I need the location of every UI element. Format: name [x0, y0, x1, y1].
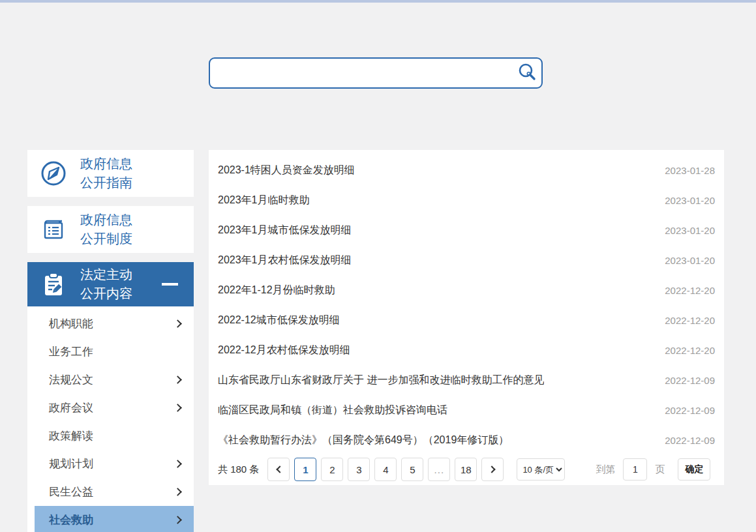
news-title-link[interactable]: 2022-12月农村低保发放明细: [218, 344, 350, 357]
submenu-item-label: 机构职能: [49, 316, 93, 331]
chevron-right-icon: [174, 488, 182, 496]
submenu-item-label: 政府会议: [49, 400, 93, 415]
search-button[interactable]: [513, 59, 541, 87]
news-date: 2022-12-20: [657, 315, 715, 326]
news-date: 2022-12-20: [657, 345, 715, 356]
news-title-link[interactable]: 2022-12城市低保发放明细: [218, 314, 340, 327]
sidebar-submenu-item[interactable]: 机构职能: [27, 310, 194, 338]
book-icon: [38, 215, 68, 244]
news-list-row: 2022年1-12月份临时救助 2022-12-20: [209, 275, 724, 305]
news-date: 2022-12-20: [657, 285, 715, 296]
compass-icon: [38, 159, 68, 188]
news-date: 2022-12-09: [657, 405, 715, 416]
sidebar: 政府信息 公开指南 政府信息 公开制度: [27, 150, 194, 532]
goto-page-input[interactable]: [623, 458, 647, 480]
sidebar-submenu-item[interactable]: 规划计划: [27, 450, 194, 478]
news-title-link[interactable]: 山东省民政厅山东省财政厅关于 进一步加强和改进临时救助工作的意见: [218, 374, 544, 387]
news-title-link[interactable]: 《社会救助暂行办法》（国务院令第649号）（2019年修订版）: [218, 434, 509, 447]
prev-page-button[interactable]: [267, 458, 290, 481]
chevron-right-icon: [174, 516, 182, 524]
chevron-right-icon: [174, 460, 182, 468]
news-list-row: 2023年1月临时救助 2023-01-20: [209, 185, 724, 215]
clipboard-pencil-icon: [38, 270, 68, 299]
chevron-right-icon: [174, 319, 182, 328]
page-number-button[interactable]: 1: [294, 458, 316, 481]
total-count: 共 180 条: [218, 464, 259, 476]
sidebar-item-open-guide[interactable]: 政府信息 公开指南: [27, 150, 194, 197]
news-date: 2023-01-28: [657, 165, 715, 176]
news-date: 2023-01-20: [657, 255, 715, 266]
news-date: 2022-12-09: [657, 435, 715, 446]
submenu-item-label: 民生公益: [49, 484, 93, 499]
search-icon: [517, 62, 537, 85]
news-date: 2023-01-20: [657, 225, 715, 236]
news-title-link[interactable]: 临淄区民政局和镇（街道）社会救助投诉咨询电话: [218, 404, 447, 417]
search-input[interactable]: [210, 59, 513, 87]
next-page-button[interactable]: [481, 458, 504, 481]
page-number-button[interactable]: 4: [374, 458, 397, 481]
news-list-row: 2023-1特困人员资金发放明细 2023-01-28: [209, 155, 724, 185]
news-list-row: 2023年1月农村低保发放明细 2023-01-20: [209, 245, 724, 275]
chevron-left-icon: [276, 466, 283, 473]
news-list: 2023-1特困人员资金发放明细 2023-01-28 2023年1月临时救助 …: [209, 155, 724, 455]
sidebar-submenu-item[interactable]: 法规公文: [27, 366, 194, 394]
news-list-row: 山东省民政厅山东省财政厅关于 进一步加强和改进临时救助工作的意见 2022-12…: [209, 365, 724, 395]
news-title-link[interactable]: 2023-1特困人员资金发放明细: [218, 164, 355, 177]
news-title-link[interactable]: 2023年1月农村低保发放明细: [218, 254, 352, 267]
page-number-button[interactable]: 18: [455, 458, 477, 481]
sidebar-item-legal-disclosure[interactable]: 法定主动 公开内容: [27, 262, 194, 306]
sidebar-submenu-item[interactable]: 民生公益: [27, 478, 194, 506]
sidebar-item-label: 政府信息 公开指南: [80, 155, 132, 192]
page-number-button[interactable]: 2: [321, 458, 343, 481]
news-title-link[interactable]: 2023年1月临时救助: [218, 194, 310, 207]
top-accent-strip: [0, 0, 756, 3]
news-list-row: 2022-12月农村低保发放明细 2022-12-20: [209, 335, 724, 365]
submenu-item-label: 法规公文: [49, 372, 93, 387]
minus-icon: [162, 283, 178, 286]
chevron-right-icon: [174, 376, 182, 384]
sidebar-item-open-system[interactable]: 政府信息 公开制度: [27, 206, 194, 253]
news-title-link[interactable]: 2023年1月城市低保发放明细: [218, 224, 352, 237]
search-box: [209, 57, 543, 89]
submenu-item-label: 社会救助: [49, 512, 93, 527]
sidebar-item-label: 法定主动 公开内容: [80, 265, 132, 303]
submenu-item-label: 政策解读: [49, 428, 93, 443]
goto-prefix-label: 到第: [596, 464, 615, 476]
news-list-row: 2022-12城市低保发放明细 2022-12-20: [209, 305, 724, 335]
news-list-row: 《社会救助暂行办法》（国务院令第649号）（2019年修订版） 2022-12-…: [209, 425, 724, 455]
sidebar-item-label: 政府信息 公开制度: [80, 211, 132, 248]
sidebar-submenu-item[interactable]: 政策解读: [27, 422, 194, 450]
sidebar-submenu-item[interactable]: 社会救助: [35, 506, 194, 532]
page-number-button[interactable]: 3: [348, 458, 370, 481]
pagination-bar: 共 180 条 1 2 3 4 5 ... 18 10 条: [209, 458, 724, 481]
news-list-row: 2023年1月城市低保发放明细 2023-01-20: [209, 215, 724, 245]
goto-page-group: 到第 页 确定: [596, 458, 710, 480]
confirm-button[interactable]: 确定: [678, 458, 710, 480]
page-number-button[interactable]: 5: [401, 458, 423, 481]
sidebar-submenu: 机构职能 业务工作 法规公文 政府会议 政策解读: [27, 306, 194, 532]
sidebar-submenu-item[interactable]: 业务工作: [27, 338, 194, 366]
page-size-select[interactable]: 10 条/页: [517, 458, 565, 480]
news-title-link[interactable]: 2022年1-12月份临时救助: [218, 284, 335, 297]
chevron-right-icon: [488, 466, 495, 473]
news-list-row: 临淄区民政局和镇（街道）社会救助投诉咨询电话 2022-12-09: [209, 395, 724, 425]
page-number-button[interactable]: ...: [428, 458, 450, 481]
sidebar-submenu-item[interactable]: 政府会议: [27, 394, 194, 422]
goto-suffix-label: 页: [655, 464, 665, 476]
page-number-buttons: 1 2 3 4 5 ... 18: [294, 458, 481, 481]
submenu-item-label: 规划计划: [49, 456, 93, 471]
submenu-item-label: 业务工作: [49, 344, 93, 359]
news-list-panel: 2023-1特困人员资金发放明细 2023-01-28 2023年1月临时救助 …: [209, 150, 724, 485]
chevron-right-icon: [174, 404, 182, 412]
news-date: 2022-12-09: [657, 375, 715, 386]
news-date: 2023-01-20: [657, 195, 715, 206]
